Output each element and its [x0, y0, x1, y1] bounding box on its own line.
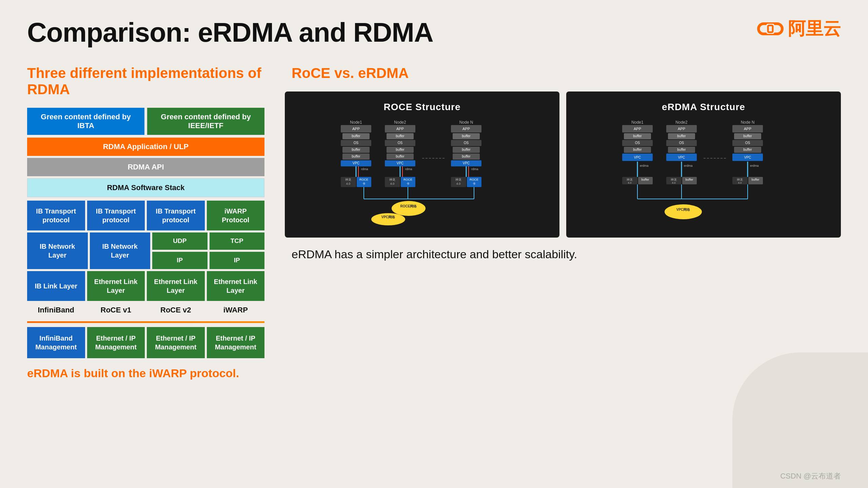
transport-row: IB Transportprotocol IB Transportprotoco…: [27, 201, 264, 230]
svg-text:4.0: 4.0: [628, 181, 632, 184]
erdma-diagram: eRDMA Structure Node1 Node2 Node N APP: [566, 92, 841, 238]
col-infiniband: InfiniBand: [27, 303, 85, 317]
content: Three different implementations of RDMA …: [27, 65, 841, 380]
svg-text:卡: 卡: [362, 182, 366, 185]
svg-text:卡: 卡: [473, 182, 476, 185]
right-section-title: RoCE vs. eRDMA: [285, 65, 841, 81]
svg-text:APP: APP: [744, 127, 751, 131]
ip-cell-1: IP: [152, 252, 208, 269]
svg-text:4.0: 4.0: [672, 181, 676, 184]
svg-text:buffer: buffer: [743, 148, 752, 151]
application-cell: RDMA Application / ULP: [27, 138, 264, 156]
svg-text:buffer: buffer: [642, 178, 649, 181]
svg-text:rdma: rdma: [471, 167, 478, 171]
ib-link-layer: IB Link Layer: [27, 271, 85, 301]
svg-text:buffer: buffer: [743, 134, 752, 138]
svg-text:神龙: 神龙: [455, 178, 461, 181]
col-iwarp: iWARP: [207, 303, 265, 317]
ib-network-2: IB Network Layer: [90, 232, 151, 269]
mgmt-ethernet-3: Ethernet / IPManagement: [207, 327, 265, 358]
svg-text:VPC: VPC: [397, 161, 404, 165]
svg-text:Node N: Node N: [741, 120, 755, 125]
ip-cell-2: IP: [210, 252, 265, 269]
footer-text: CSDN @云布道者: [780, 472, 841, 480]
svg-text:OS: OS: [398, 141, 403, 145]
logo-text: 阿里云: [788, 17, 841, 41]
svg-text:rdma: rdma: [405, 167, 412, 171]
roce-svg: Node1 Node2 Node N APP buffer OS bu: [295, 118, 549, 226]
iwarp-protocol: iWARPProtocol: [207, 201, 265, 230]
svg-text:APP: APP: [352, 127, 360, 131]
svg-text:buffer: buffer: [396, 148, 405, 151]
svg-text:buffer: buffer: [462, 155, 471, 158]
col-rocev2: RoCE v2: [147, 303, 205, 317]
svg-text:buffer: buffer: [352, 134, 360, 138]
alibaba-logo-icon: [757, 19, 784, 39]
svg-text:神龙: 神龙: [345, 178, 351, 181]
svg-text:APP: APP: [462, 127, 470, 131]
svg-text:神龙: 神龙: [737, 178, 743, 181]
erdma-svg: Node1 Node2 Node N APP buffer OS bu: [576, 118, 831, 226]
svg-text:buffer: buffer: [352, 155, 360, 158]
svg-text:buffer: buffer: [677, 148, 686, 151]
ethernet-link-1: Ethernet Link Layer: [87, 271, 145, 301]
col-rocev1: RoCE v1: [87, 303, 145, 317]
svg-text:卡: 卡: [407, 182, 410, 185]
svg-text:buffer: buffer: [462, 148, 471, 151]
svg-text:OS: OS: [745, 141, 750, 145]
roce-diagram-title: ROCE Structure: [295, 102, 549, 113]
svg-point-139: [665, 204, 702, 219]
svg-text:buffer: buffer: [396, 134, 405, 138]
svg-text:ROCE网络: ROCE网络: [400, 204, 417, 208]
left-panel: Three different implementations of RDMA …: [27, 65, 264, 380]
ib-network-1: IB Network Layer: [27, 232, 88, 269]
svg-text:4.0: 4.0: [738, 181, 742, 184]
page-title: Comparison: eRDMA and RDMA: [27, 17, 433, 48]
network-row: IB Network Layer IB Network Layer UDP IP…: [27, 232, 264, 269]
svg-text:4.0: 4.0: [346, 182, 351, 185]
svg-text:OS: OS: [464, 141, 469, 145]
svg-text:VPC网络: VPC网络: [381, 215, 396, 219]
row-api: RDMA API: [27, 158, 264, 176]
link-row: IB Link Layer Ethernet Link Layer Ethern…: [27, 271, 264, 301]
svg-text:buffer: buffer: [686, 178, 693, 181]
svg-text:ROCE: ROCE: [403, 178, 412, 181]
ib-transport-1: IB Transportprotocol: [27, 201, 85, 230]
api-cell: RDMA API: [27, 158, 264, 176]
svg-text:VPC网络: VPC网络: [676, 208, 691, 211]
svg-text:Node N: Node N: [459, 120, 473, 125]
svg-text:Node2: Node2: [675, 120, 688, 125]
mgmt-ethernet-1: Ethernet / IPManagement: [87, 327, 145, 358]
tcp-cell: TCP: [210, 232, 265, 250]
svg-text:VPC: VPC: [744, 156, 751, 159]
legend-row: Green content defined by IBTA Green cont…: [27, 108, 264, 135]
svg-text:OS: OS: [679, 141, 684, 145]
svg-text:APP: APP: [396, 127, 404, 131]
svg-text:buffer: buffer: [752, 178, 760, 181]
svg-text:buffer: buffer: [677, 134, 686, 138]
ib-transport-3: IB Transportprotocol: [147, 201, 205, 230]
ib-transport-2: IB Transportprotocol: [87, 201, 145, 230]
svg-text:ROCE: ROCE: [359, 178, 368, 181]
ethernet-link-2: Ethernet Link Layer: [147, 271, 205, 301]
right-panel: RoCE vs. eRDMA ROCE Structure Node1 Node…: [285, 65, 841, 380]
svg-text:Node1: Node1: [350, 120, 362, 125]
svg-text:神龙: 神龙: [671, 178, 677, 181]
legend-ibta: Green content defined by IBTA: [27, 108, 144, 135]
svg-text:erdma: erdma: [750, 164, 759, 167]
svg-text:Node2: Node2: [394, 120, 406, 125]
row-software-stack: RDMA Software Stack: [27, 178, 264, 197]
mgmt-infiniband: InfiniBandManagement: [27, 327, 85, 358]
svg-text:VPC: VPC: [678, 156, 685, 159]
right-bottom-text: eRDMA has a simpler architecture and bet…: [285, 248, 841, 261]
svg-text:buffer: buffer: [633, 148, 642, 151]
svg-text:4.0: 4.0: [456, 182, 461, 185]
diagrams-container: ROCE Structure Node1 Node2 Node N APP: [285, 92, 841, 238]
footer: CSDN @云布道者: [780, 471, 841, 481]
svg-text:buffer: buffer: [396, 155, 405, 158]
udp-ip-stack: UDP IP: [152, 232, 208, 269]
svg-text:神龙: 神龙: [627, 178, 633, 181]
page: Comparison: eRDMA and RDMA 阿里云 Three dif…: [0, 0, 868, 488]
svg-point-72: [392, 201, 426, 216]
roce-diagram: ROCE Structure Node1 Node2 Node N APP: [285, 92, 559, 238]
